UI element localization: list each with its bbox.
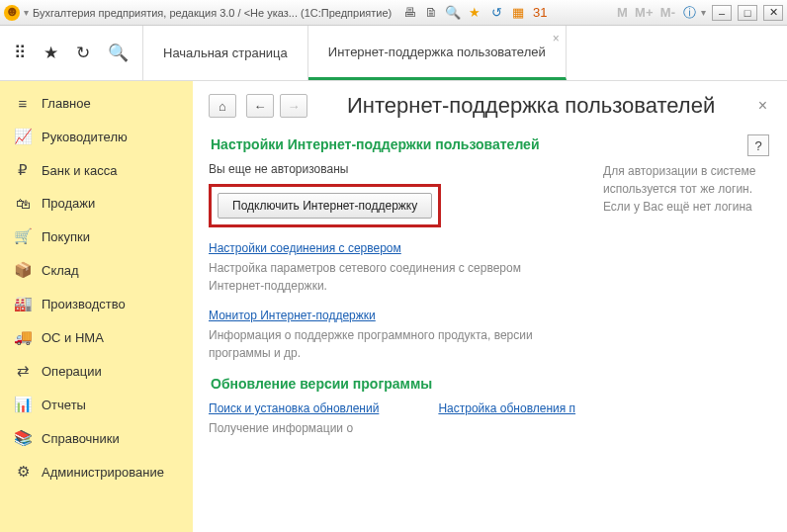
link-support-monitor[interactable]: Монитор Интернет-поддержки [209,309,376,322]
nav-home-button[interactable]: ⌂ [209,94,236,118]
info-dropdown[interactable]: ▾ [701,7,706,18]
nav-forward-button[interactable]: → [280,94,307,118]
sidebar-item-purchases[interactable]: 🛒Покупки [0,220,193,253]
content-header: ⌂ ← → Интернет-поддержка пользователей × [209,93,771,119]
sidebar-item-label: Главное [42,96,91,111]
link-search-updates[interactable]: Поиск и установка обновлений [209,401,379,415]
connect-support-button[interactable]: Подключить Интернет-поддержку [218,193,432,219]
titlebar-icons: 🖶 🗎 🔍 ★ ↺ ▦ 31 [401,5,548,21]
auth-info-text: Для авторизации в системе используется т… [603,162,771,437]
page-title: Интернет-поддержка пользователей [347,93,744,119]
desc-connection-settings: Настройка параметров сетевого соединения… [209,259,574,295]
history-nav-icon[interactable]: ↻ [76,43,90,63]
search-nav-icon[interactable]: 🔍 [108,43,129,63]
connect-highlight: Подключить Интернет-поддержку [209,184,441,227]
tab-home[interactable]: Начальная страница [143,26,308,80]
sidebar-item-label: Операции [42,364,102,379]
star-icon[interactable]: ★ [44,43,58,63]
nav-back-button[interactable]: ← [246,94,274,118]
sidebar-item-label: ОС и НМА [42,330,104,345]
desc-search-updates: Получение информации о [209,419,379,437]
section-update-title: Обновление версии программы [211,376,583,392]
sidebar: ≡Главное 📈Руководителю ₽Банк и касса 🛍Пр… [0,81,193,532]
window-title: Бухгалтерия предприятия, редакция 3.0 / … [33,7,392,19]
toolbar: ⠿ ★ ↻ 🔍 Начальная страница Интернет-подд… [0,26,787,81]
sidebar-item-label: Покупки [42,229,90,244]
update-left: Поиск и установка обновлений Получение и… [209,401,379,437]
calendar-icon[interactable]: 31 [532,5,548,21]
zoom-in[interactable]: M+ [635,5,653,20]
sidebar-item-production[interactable]: 🏭Производство [0,287,193,320]
transfer-icon: ⇄ [14,362,32,380]
sidebar-item-label: Отчеты [42,398,86,412]
tab-label: Начальная страница [163,45,288,60]
section-support-settings-title: Настройки Интернет-поддержки пользовател… [211,136,771,152]
sidebar-item-manager[interactable]: 📈Руководителю [0,120,193,153]
zoom-controls: M M+ M- [615,5,677,20]
document-icon[interactable]: 🗎 [423,5,439,21]
app-menu-dropdown[interactable]: ▾ [24,7,29,18]
bag-icon: 🛍 [14,195,32,212]
not-authorized-text: Вы еще не авторизованы [209,162,583,176]
tab-internet-support[interactable]: Интернет-поддержка пользователей × [308,26,567,80]
sidebar-item-directories[interactable]: 📚Справочники [0,421,193,455]
info-icon[interactable]: ⓘ [681,5,697,21]
search-icon[interactable]: 🔍 [445,5,461,21]
nav-home-group: ⌂ [209,94,236,118]
update-right: Настройка обновления п [438,401,575,437]
factory-icon: 🏭 [14,295,32,312]
ruble-icon: ₽ [14,161,32,179]
minimize-button[interactable]: – [712,5,732,21]
close-button[interactable]: ✕ [763,5,783,21]
menu-icon: ≡ [14,95,32,112]
gear-icon: ⚙ [14,463,32,481]
history-icon[interactable]: ↺ [488,5,504,21]
toolbar-left: ⠿ ★ ↻ 🔍 [0,26,143,80]
desc-support-monitor: Информация о поддержке программного прод… [209,326,574,362]
calculator-icon[interactable]: ▦ [510,5,526,21]
update-row: Поиск и установка обновлений Получение и… [209,401,583,437]
sidebar-item-label: Администрирование [42,465,164,480]
sidebar-item-bank[interactable]: ₽Банк и касса [0,153,193,187]
help-button[interactable]: ? [747,134,769,156]
bars-icon: 📊 [14,396,32,413]
zoom-out[interactable]: M- [660,5,675,20]
sidebar-item-admin[interactable]: ⚙Администрирование [0,455,193,488]
content: ⌂ ← → Интернет-поддержка пользователей ×… [193,81,787,532]
sidebar-item-assets[interactable]: 🚚ОС и НМА [0,320,193,354]
app-icon [4,5,20,21]
link-update-settings[interactable]: Настройка обновления п [438,401,575,415]
sidebar-item-warehouse[interactable]: 📦Склад [0,253,193,287]
auth-row: Вы еще не авторизованы Подключить Интерн… [209,162,771,437]
favorite-icon[interactable]: ★ [467,5,482,21]
print-icon[interactable]: 🖶 [401,5,417,21]
sidebar-item-label: Склад [42,263,79,278]
page-close-button[interactable]: × [754,97,771,115]
maximize-button[interactable]: □ [738,5,757,21]
link-connection-settings[interactable]: Настройки соединения с сервером [209,241,401,255]
main: ≡Главное 📈Руководителю ₽Банк и касса 🛍Пр… [0,81,787,532]
sidebar-item-main[interactable]: ≡Главное [0,87,193,120]
truck-icon: 🚚 [14,328,32,346]
tab-close-icon[interactable]: × [553,32,560,45]
sidebar-item-label: Банк и касса [42,163,118,178]
cart-icon: 🛒 [14,227,32,245]
zoom-reset[interactable]: M [617,5,628,20]
sidebar-item-reports[interactable]: 📊Отчеты [0,388,193,421]
chart-icon: 📈 [14,128,32,145]
nav-arrows-group: ← → [246,94,307,118]
sidebar-item-operations[interactable]: ⇄Операции [0,354,193,388]
box-icon: 📦 [14,261,32,279]
sidebar-item-label: Руководителю [42,130,128,144]
sidebar-item-label: Продажи [42,196,95,211]
sidebar-item-sales[interactable]: 🛍Продажи [0,187,193,220]
apps-icon[interactable]: ⠿ [14,43,26,63]
titlebar: ▾ Бухгалтерия предприятия, редакция 3.0 … [0,0,787,26]
sidebar-item-label: Производство [42,297,126,311]
auth-left: Вы еще не авторизованы Подключить Интерн… [209,162,583,437]
books-icon: 📚 [14,429,32,447]
sidebar-item-label: Справочники [42,431,120,446]
tab-label: Интернет-поддержка пользователей [328,44,546,59]
